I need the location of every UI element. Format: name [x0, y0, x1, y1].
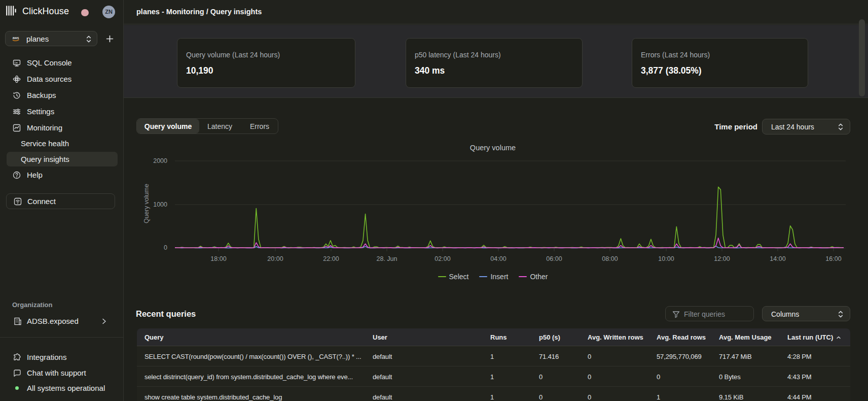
svg-text:aws: aws	[13, 36, 19, 40]
